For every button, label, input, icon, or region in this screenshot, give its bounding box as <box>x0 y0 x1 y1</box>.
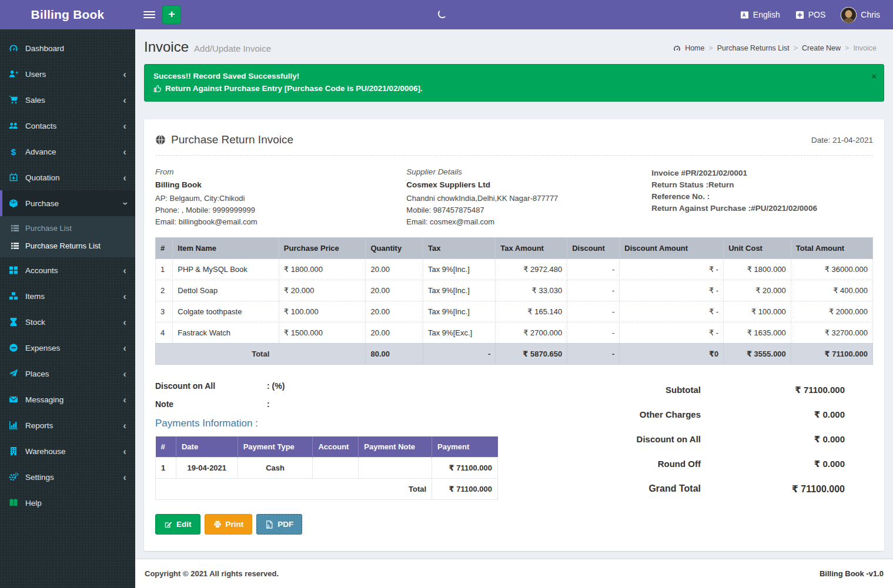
sidebar-label: Expenses <box>25 344 60 352</box>
sidebar-item-places[interactable]: Places‹ <box>0 361 135 387</box>
user-menu[interactable]: Chris <box>841 7 880 23</box>
user-avatar <box>841 7 857 23</box>
paper-plane-icon <box>9 369 18 378</box>
item-1-unit-cost: ₹ 1800.000 <box>724 259 791 280</box>
grand-total-value: ₹ 71100.000 <box>733 483 845 495</box>
sidebar-item-reports[interactable]: Reports‹ <box>0 412 135 438</box>
alert-close-icon[interactable]: × <box>871 72 877 80</box>
chevron-left-icon: ‹ <box>123 343 126 353</box>
chevron-left-icon: ‹ <box>123 291 126 301</box>
chevron-left-icon: ‹ <box>123 69 126 79</box>
pdf-button[interactable]: PDF <box>256 514 302 535</box>
sidebar-item-quotation[interactable]: Quotation‹ <box>0 164 135 190</box>
supplier-name: Cosmex Suppliers Ltd <box>406 180 643 189</box>
item-1-tax: Tax 9%[Inc.] <box>423 259 496 280</box>
breadcrumb-create-new[interactable]: Create New <box>802 44 841 52</box>
page-subtitle: Add/Update Invoice <box>194 43 271 53</box>
item-3-discount: - <box>567 301 620 322</box>
payment-1-date: 19-04-2021 <box>176 458 238 479</box>
item-row: 2 Dettol Soap ₹ 20.000 20.00 Tax 9%[Inc.… <box>156 280 873 301</box>
chevron-left-icon: ‹ <box>123 147 126 157</box>
top-navbar: Billing Book + English POS Chris <box>0 0 893 29</box>
item-4-quantity: 20.00 <box>366 322 423 344</box>
sidebar-toggle-button[interactable] <box>143 11 155 18</box>
round-off-value: ₹ 0.000 <box>733 459 845 469</box>
col-header-unit-cost: Unit Cost <box>724 238 791 259</box>
breadcrumb-purchase-returns-list[interactable]: Purchase Returns List <box>717 44 790 52</box>
breadcrumb: Home > Purchase Returns List > Create Ne… <box>673 44 877 52</box>
item-1-index: 1 <box>156 259 173 280</box>
item-row: 4 Fastrack Watch ₹ 1500.000 20.00 Tax 9%… <box>156 322 873 344</box>
discount-on-all-value: : (%) <box>267 381 285 391</box>
sidebar-label: Accounts <box>25 266 58 275</box>
sidebar-item-purchase-list[interactable]: Purchase List <box>0 219 135 237</box>
invoice-number: Invoice #PR/2021/02/0001 <box>651 167 873 179</box>
from-email: Email: billingbook@email.com <box>155 216 406 228</box>
sidebar-item-advance[interactable]: $ Advance‹ <box>0 139 135 164</box>
item-4-discount-amount: ₹ - <box>620 322 724 344</box>
print-button[interactable]: Print <box>205 514 253 535</box>
payments-header-row: # Date Payment Type Account Payment Note… <box>156 436 498 458</box>
sidebar-item-stock[interactable]: Stock‹ <box>0 309 135 335</box>
other-charges-value: ₹ 0.000 <box>733 409 845 420</box>
sidebar-item-users[interactable]: Users‹ <box>0 61 135 87</box>
item-1-discount-amount: ₹ - <box>620 259 724 280</box>
sidebar-item-items[interactable]: Items‹ <box>0 283 135 309</box>
sidebar-label: Settings <box>25 473 54 482</box>
pay-col-account: Account <box>313 436 359 458</box>
sidebar-label: Users <box>25 70 46 79</box>
edit-button[interactable]: Edit <box>155 514 200 535</box>
sidebar-item-contacts[interactable]: Contacts‹ <box>0 113 135 139</box>
sidebar-item-settings[interactable]: Settings‹ <box>0 464 135 490</box>
item-3-discount-amount: ₹ - <box>620 301 724 322</box>
chevron-left-icon: ‹ <box>123 395 126 405</box>
col-header-quantity: Quantity <box>366 238 423 259</box>
sidebar-item-messaging[interactable]: Messaging‹ <box>0 387 135 412</box>
payment-1-index: 1 <box>156 458 176 479</box>
sidebar-item-dashboard[interactable]: Dashboard <box>0 35 135 61</box>
sidebar-label: Places <box>25 369 49 378</box>
payment-1-amount: ₹ 71100.000 <box>432 458 498 479</box>
item-1-purchase-price: ₹ 1800.000 <box>279 259 366 280</box>
sidebar-label: Reports <box>25 421 53 430</box>
add-new-button[interactable]: + <box>162 5 181 24</box>
invoice-meta-block: Invoice #PR/2021/02/0001 Return Status :… <box>643 167 873 228</box>
pos-button[interactable]: POS <box>795 10 826 19</box>
language-menu[interactable]: English <box>740 10 780 19</box>
sidebar-item-accounts[interactable]: Accounts‹ <box>0 257 135 283</box>
breadcrumb-home[interactable]: Home <box>685 44 704 52</box>
item-4-total-amount: ₹ 32700.000 <box>791 322 872 344</box>
item-3-unit-cost: ₹ 100.000 <box>724 301 791 322</box>
sidebar-item-expenses[interactable]: Expenses‹ <box>0 335 135 361</box>
cubes-icon <box>9 291 18 301</box>
sidebar-item-help[interactable]: Help <box>0 490 135 516</box>
col-header-item-name: Item Name <box>173 238 279 259</box>
items-header-row: # Item Name Purchase Price Quantity Tax … <box>156 238 873 259</box>
pdf-button-label: PDF <box>277 520 293 529</box>
sidebar-item-purchase[interactable]: Purchase‹ <box>0 190 135 216</box>
sidebar-item-warehouse[interactable]: Warehouse‹ <box>0 438 135 464</box>
summary-discount-value: ₹ 0.000 <box>733 434 845 445</box>
breadcrumb-separator: > <box>708 44 713 52</box>
minus-circle-icon <box>9 343 18 352</box>
sidebar-label: Contacts <box>25 122 56 130</box>
total-quantity: 80.00 <box>366 344 423 365</box>
discount-on-all-row: Discount on All : (%) <box>155 381 499 391</box>
breadcrumb-separator: > <box>794 44 798 52</box>
chevron-down-icon: ‹ <box>120 201 130 205</box>
item-2-index: 2 <box>156 280 173 301</box>
item-4-discount: - <box>567 322 620 344</box>
item-4-name: Fastrack Watch <box>173 322 279 344</box>
item-2-discount: - <box>567 280 620 301</box>
pay-col-date: Date <box>176 436 238 458</box>
sidebar-label: Dashboard <box>25 44 64 53</box>
summary-round-off-row: Round Off ₹ 0.000 <box>534 459 845 469</box>
sidebar-item-sales[interactable]: Sales‹ <box>0 87 135 113</box>
total-tax-amount: ₹ 5870.650 <box>496 344 567 365</box>
grid-icon <box>9 266 18 275</box>
sidebar-item-purchase-returns-list[interactable]: Purchase Returns List <box>0 237 135 254</box>
app-logo[interactable]: Billing Book <box>0 0 135 29</box>
sidebar-label: Advance <box>25 147 56 156</box>
list-icon <box>11 241 19 250</box>
pencil-square-icon <box>164 520 172 529</box>
